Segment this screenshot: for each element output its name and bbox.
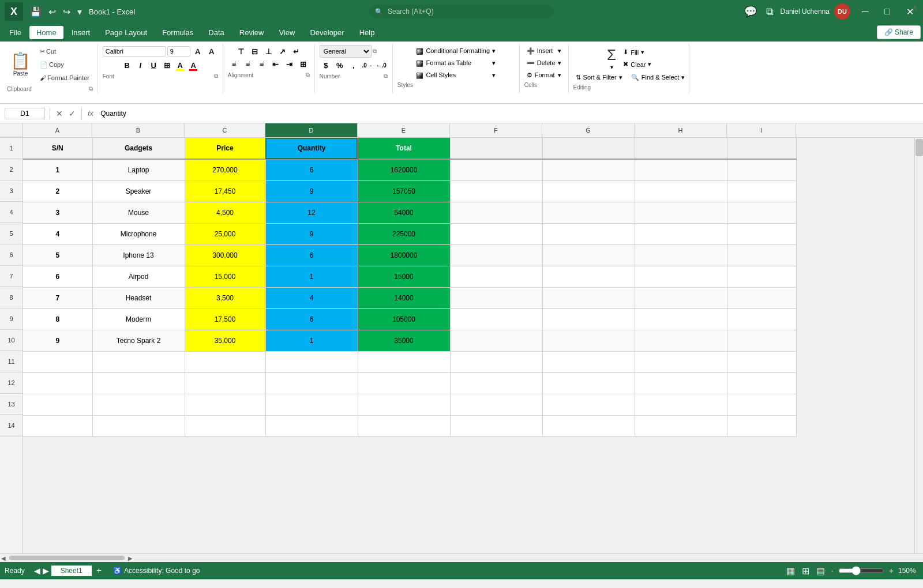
cell-H7[interactable]: [635, 266, 727, 287]
cell-I5[interactable]: [727, 223, 796, 244]
cell-G6[interactable]: [542, 244, 635, 266]
cell-reference-box[interactable]: [5, 108, 45, 119]
cell-B6[interactable]: Iphone 13: [92, 244, 185, 266]
cell-I3[interactable]: [727, 180, 796, 202]
cell-E6[interactable]: 1800000: [358, 244, 450, 266]
cell-B14[interactable]: [92, 415, 185, 436]
dollar-button[interactable]: $: [320, 59, 332, 71]
customize-quick-access-button[interactable]: ▾: [75, 5, 84, 18]
cell-G1[interactable]: [542, 138, 635, 159]
cell-A9[interactable]: 8: [23, 308, 92, 330]
corner-cell[interactable]: [0, 123, 23, 137]
cell-D9[interactable]: 6: [265, 308, 358, 330]
cell-E11[interactable]: [358, 351, 450, 372]
cell-H2[interactable]: [635, 159, 727, 180]
col-header-D[interactable]: D: [265, 123, 358, 137]
cell-A13[interactable]: [23, 394, 92, 415]
col-header-F[interactable]: F: [450, 123, 542, 137]
menu-file[interactable]: File: [2, 26, 28, 39]
cell-I4[interactable]: [727, 202, 796, 223]
cell-G3[interactable]: [542, 180, 635, 202]
menu-home[interactable]: Home: [29, 26, 63, 39]
formula-input[interactable]: [98, 108, 918, 119]
cell-A12[interactable]: [23, 372, 92, 394]
cell-E3[interactable]: 157050: [358, 180, 450, 202]
menu-page-layout[interactable]: Page Layout: [98, 26, 154, 39]
cell-H14[interactable]: [635, 415, 727, 436]
cell-I12[interactable]: [727, 372, 796, 394]
cell-F9[interactable]: [450, 308, 542, 330]
align-center-button[interactable]: ≡: [242, 58, 254, 70]
save-button[interactable]: 💾: [28, 5, 44, 18]
cell-D4[interactable]: 12: [265, 202, 358, 223]
font-shrink-button[interactable]: A: [205, 45, 218, 58]
col-header-I[interactable]: I: [727, 123, 796, 137]
scroll-right-button[interactable]: ▶: [127, 555, 134, 561]
cell-C11[interactable]: [185, 351, 265, 372]
fill-button[interactable]: ⬇ Fill ▾: [621, 47, 654, 58]
comma-button[interactable]: ,: [347, 59, 360, 71]
cell-A5[interactable]: 4: [23, 223, 92, 244]
cell-E5[interactable]: 225000: [358, 223, 450, 244]
cell-C14[interactable]: [185, 415, 265, 436]
row-header-6[interactable]: 6: [0, 244, 22, 266]
underline-button[interactable]: U: [147, 59, 160, 71]
confirm-formula-button[interactable]: ✓: [66, 109, 78, 118]
cell-A11[interactable]: [23, 351, 92, 372]
align-left-button[interactable]: ≡: [228, 58, 241, 70]
cell-E7[interactable]: 15000: [358, 266, 450, 287]
cell-E2[interactable]: 1620000: [358, 159, 450, 180]
cell-C3[interactable]: 17,450: [185, 180, 265, 202]
cell-F7[interactable]: [450, 266, 542, 287]
cell-C9[interactable]: 17,500: [185, 308, 265, 330]
page-layout-view-button[interactable]: ⊞: [801, 566, 811, 576]
cell-H6[interactable]: [635, 244, 727, 266]
cell-A4[interactable]: 3: [23, 202, 92, 223]
col-header-E[interactable]: E: [358, 123, 450, 137]
cut-button[interactable]: ✂ Cut: [36, 45, 93, 58]
cell-I8[interactable]: [727, 287, 796, 308]
cell-F8[interactable]: [450, 287, 542, 308]
menu-view[interactable]: View: [272, 26, 302, 39]
cell-D10[interactable]: 1: [265, 330, 358, 351]
cell-H1[interactable]: [635, 138, 727, 159]
cell-B5[interactable]: Microphone: [92, 223, 185, 244]
cell-B8[interactable]: Headset: [92, 287, 185, 308]
row-header-5[interactable]: 5: [0, 223, 22, 244]
cell-C5[interactable]: 25,000: [185, 223, 265, 244]
cell-G4[interactable]: [542, 202, 635, 223]
row-header-14[interactable]: 14: [0, 415, 22, 436]
cell-A8[interactable]: 7: [23, 287, 92, 308]
cell-H9[interactable]: [635, 308, 727, 330]
cell-E13[interactable]: [358, 394, 450, 415]
merge-center-button[interactable]: ⊞: [297, 58, 310, 70]
switch-view-button[interactable]: ⧉: [764, 5, 776, 19]
cell-D13[interactable]: [265, 394, 358, 415]
horizontal-scrollbar[interactable]: ◀ ▶: [0, 553, 923, 562]
cell-B1[interactable]: Gadgets: [92, 138, 185, 159]
number-expand-button[interactable]: ⧉: [384, 73, 388, 80]
wrap-text-button[interactable]: ↵: [290, 45, 303, 58]
cell-G11[interactable]: [542, 351, 635, 372]
cell-E14[interactable]: [358, 415, 450, 436]
cell-D12[interactable]: [265, 372, 358, 394]
cell-G12[interactable]: [542, 372, 635, 394]
cell-D14[interactable]: [265, 415, 358, 436]
cell-B3[interactable]: Speaker: [92, 180, 185, 202]
cell-G5[interactable]: [542, 223, 635, 244]
scroll-thumb[interactable]: [916, 139, 923, 156]
cell-D11[interactable]: [265, 351, 358, 372]
cell-F6[interactable]: [450, 244, 542, 266]
normal-view-button[interactable]: ▦: [785, 566, 796, 576]
menu-help[interactable]: Help: [352, 26, 382, 39]
cell-I11[interactable]: [727, 351, 796, 372]
cell-A6[interactable]: 5: [23, 244, 92, 266]
row-header-9[interactable]: 9: [0, 308, 22, 330]
italic-button[interactable]: I: [134, 59, 147, 71]
cancel-formula-button[interactable]: ✕: [54, 109, 65, 118]
border-button[interactable]: ⊞: [160, 59, 173, 71]
percent-button[interactable]: %: [333, 59, 346, 71]
row-header-4[interactable]: 4: [0, 202, 22, 223]
cell-H12[interactable]: [635, 372, 727, 394]
cell-D5[interactable]: 9: [265, 223, 358, 244]
